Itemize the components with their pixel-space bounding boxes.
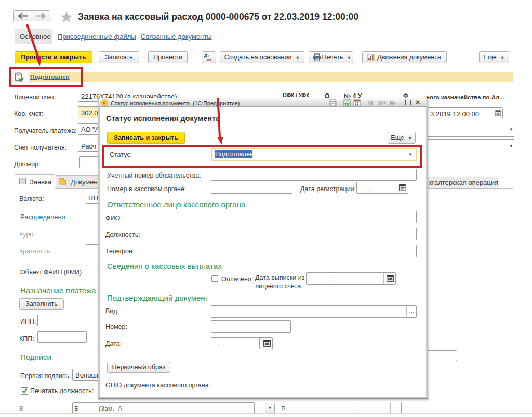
svg-text:31: 31 — [355, 102, 359, 105]
svg-text:1С: 1С — [102, 101, 107, 105]
